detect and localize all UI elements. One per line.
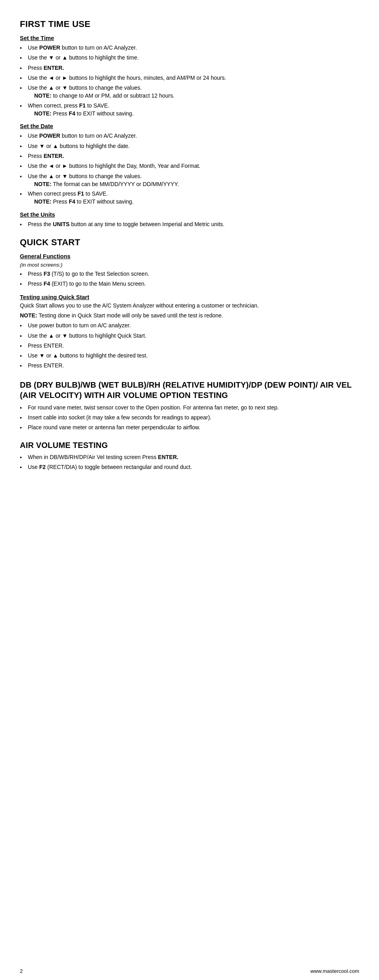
- item-text: Press ENTER.: [28, 361, 359, 369]
- bullet-icon: •: [20, 414, 26, 422]
- item-text: For round vane meter, twist sensor cover…: [28, 404, 359, 411]
- list-item: • Use the ▲ or ▼ buttons to change the v…: [20, 84, 359, 100]
- testing-paragraph-1: Quick Start allows you to use the A/C Sy…: [20, 302, 359, 309]
- subsection-set-the-time-title: Set the Time: [20, 35, 359, 41]
- list-item: • Press ENTER.: [20, 361, 359, 370]
- list-item: • Use the ◄ or ► buttons to highlight th…: [20, 162, 359, 170]
- subsection-general-functions-title: General Functions: [20, 253, 359, 259]
- list-item: • Use POWER button to turn on A/C Analyz…: [20, 132, 359, 140]
- list-item: • When correct press F1 to SAVE. NOTE: P…: [20, 190, 359, 206]
- bullet-icon: •: [20, 342, 26, 350]
- bullet-icon: •: [20, 142, 26, 150]
- note-text: NOTE: Press F4 to EXIT without saving.: [34, 110, 133, 117]
- subsection-testing-quick-start-title: Testing using Quick Start: [20, 294, 359, 300]
- list-item: • Insert cable into socket (it may take …: [20, 413, 359, 422]
- bullet-icon: •: [20, 221, 26, 229]
- item-text: Use F2 (RECT/DIA) to toggle between rect…: [28, 463, 359, 471]
- item-text: Use ▼ or ▲ buttons to highlight the desi…: [28, 352, 359, 359]
- list-item: • When in DB/WB/RH/DP/Air Vel testing sc…: [20, 453, 359, 461]
- list-item: • Press ENTER.: [20, 342, 359, 350]
- bullet-icon: •: [20, 404, 26, 412]
- section-db-wb-rh-dp-title: DB (DRY BULB)/WB (WET BULB)/RH (RELATIVE…: [20, 380, 359, 400]
- footer-page-number: 2: [20, 968, 23, 974]
- item-text: Use POWER button to turn on A/C Analyzer…: [28, 44, 359, 52]
- bullet-icon: •: [20, 102, 26, 110]
- bullet-icon: •: [20, 362, 26, 370]
- section-quick-start-title: QUICK START: [20, 237, 359, 248]
- footer-website: www.mastercool.com: [310, 968, 359, 974]
- list-item: • Use the ◄ or ► buttons to highlight th…: [20, 74, 359, 82]
- list-item: • Place round vane meter or antenna fan …: [20, 423, 359, 432]
- bullet-icon: •: [20, 453, 26, 461]
- item-text: Insert cable into socket (it may take a …: [28, 413, 359, 421]
- bullet-icon: •: [20, 173, 26, 181]
- list-item: • Use ▼ or ▲ buttons to highlight the de…: [20, 352, 359, 360]
- bullet-icon: •: [20, 280, 26, 288]
- list-item: • Press F4 (EXIT) to go to the Main Menu…: [20, 280, 359, 288]
- note-text: NOTE: to change to AM or PM, add or subt…: [34, 92, 174, 99]
- item-text: Press ENTER.: [28, 342, 359, 350]
- bullet-icon: •: [20, 132, 26, 140]
- bullet-icon: •: [20, 152, 26, 160]
- list-item: • For round vane meter, twist sensor cov…: [20, 404, 359, 412]
- item-text: When correct press F1 to SAVE. NOTE: Pre…: [28, 190, 359, 206]
- item-text: Use ▼ or ▲ buttons to highlight the date…: [28, 142, 359, 150]
- list-item: • Press ENTER.: [20, 64, 359, 72]
- bullet-icon: •: [20, 352, 26, 360]
- item-text: Press F4 (EXIT) to go to the Main Menu s…: [28, 280, 359, 288]
- item-text: Press ENTER.: [28, 152, 359, 160]
- list-item: • Use POWER button to turn on A/C Analyz…: [20, 44, 359, 52]
- testing-paragraph-note: NOTE: Testing done in Quick Start mode w…: [20, 311, 359, 319]
- item-text: Use the ▼ or ▲ buttons to highlight the …: [28, 54, 359, 61]
- list-item: • Use the ▲ or ▼ buttons to highlight Qu…: [20, 332, 359, 340]
- list-item: • Use power button to turn on A/C analyz…: [20, 321, 359, 330]
- bullet-icon: •: [20, 64, 26, 72]
- bullet-icon: •: [20, 424, 26, 432]
- section-air-volume-testing-title: AIR VOLUME TESTING: [20, 441, 359, 450]
- bullet-icon: •: [20, 74, 26, 82]
- bullet-icon: •: [20, 190, 26, 198]
- subsection-set-the-date-title: Set the Date: [20, 123, 359, 129]
- section-first-time-use-title: FIRST TIME USE: [20, 19, 359, 29]
- item-text: Place round vane meter or antenna fan me…: [28, 423, 359, 431]
- bullet-icon: •: [20, 162, 26, 170]
- list-item: • Press F3 (T/S) to go to the Test Selec…: [20, 270, 359, 278]
- bullet-icon: •: [20, 84, 26, 92]
- bullet-icon: •: [20, 44, 26, 52]
- item-text: Use the ◄ or ► buttons to highlight the …: [28, 162, 359, 170]
- list-item: • Press the UNITS button at any time to …: [20, 220, 359, 229]
- item-text: Use the ◄ or ► buttons to highlight the …: [28, 74, 359, 82]
- item-text: Use the ▲ or ▼ buttons to change the val…: [28, 172, 359, 188]
- note-text: NOTE: Press F4 to EXIT without saving.: [34, 198, 133, 205]
- item-text: Use the ▲ or ▼ buttons to highlight Quic…: [28, 332, 359, 340]
- bullet-icon: •: [20, 332, 26, 340]
- item-text: Press the UNITS button at any time to to…: [28, 220, 359, 228]
- page-footer: 2 www.mastercool.com: [20, 968, 359, 974]
- list-item: • When correct, press F1 to SAVE. NOTE: …: [20, 102, 359, 118]
- bullet-icon: •: [20, 463, 26, 471]
- list-item: • Use ▼ or ▲ buttons to highlight the da…: [20, 142, 359, 150]
- list-item: • Use F2 (RECT/DIA) to toggle between re…: [20, 463, 359, 471]
- page: FIRST TIME USE Set the Time • Use POWER …: [0, 0, 379, 980]
- item-text: Use power button to turn on A/C analyzer…: [28, 321, 359, 329]
- bullet-icon: •: [20, 322, 26, 330]
- list-item: • Press ENTER.: [20, 152, 359, 160]
- list-item: • Use the ▲ or ▼ buttons to change the v…: [20, 172, 359, 188]
- item-text: When in DB/WB/RH/DP/Air Vel testing scre…: [28, 453, 359, 461]
- item-text: Press ENTER.: [28, 64, 359, 72]
- subsection-set-the-units-title: Set the Units: [20, 211, 359, 218]
- item-text: Use the ▲ or ▼ buttons to change the val…: [28, 84, 359, 100]
- bullet-icon: •: [20, 54, 26, 62]
- list-item: • Use the ▼ or ▲ buttons to highlight th…: [20, 54, 359, 62]
- general-functions-note: (in most screens:): [20, 262, 359, 268]
- item-text: Press F3 (T/S) to go to the Test Selecti…: [28, 270, 359, 278]
- note-text: NOTE: The format can be MM/DD/YYYY or DD…: [34, 181, 179, 187]
- bullet-icon: •: [20, 270, 26, 278]
- item-text: Use POWER button to turn on A/C Analyzer…: [28, 132, 359, 140]
- item-text: When correct, press F1 to SAVE. NOTE: Pr…: [28, 102, 359, 118]
